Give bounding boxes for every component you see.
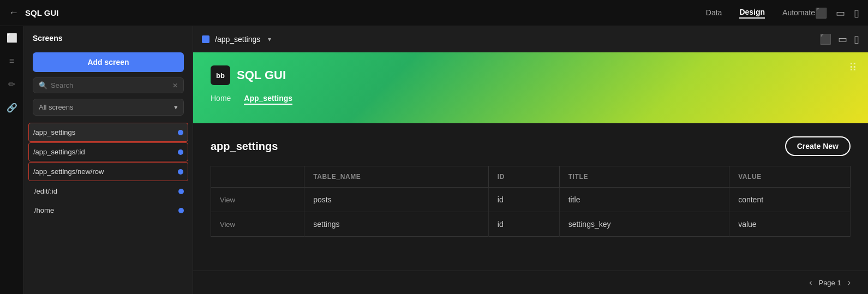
app-nav-app-settings[interactable]: App_settings xyxy=(244,94,292,105)
col-title: TITLE xyxy=(559,166,729,188)
app-header: bb SQL GUI Home App_settings ⠿ xyxy=(193,52,868,123)
table-row: View posts id title content xyxy=(211,188,851,212)
pagination: ‹ Page 1 › xyxy=(193,271,868,294)
screen-active-dot xyxy=(178,130,183,135)
screen-path-chevron[interactable]: ▾ xyxy=(268,35,271,43)
col-table-name: TABLE_NAME xyxy=(304,166,489,188)
filter-label: All screens xyxy=(39,103,74,111)
screen-item-app-settings-new-row[interactable]: /app_settings/new/row xyxy=(28,162,188,181)
desktop-view-icon[interactable]: ⬛ xyxy=(819,33,831,45)
screen-list: /app_settings /app_settings/:id /app_set… xyxy=(24,122,193,294)
table-name-cell-2: settings xyxy=(304,212,489,237)
app-nav-home[interactable]: Home xyxy=(211,94,231,105)
app-title: SQL GUI xyxy=(25,8,706,17)
prev-page-button[interactable]: ‹ xyxy=(809,278,812,287)
screen-path-label: /app_settings xyxy=(215,35,260,44)
screen-badge xyxy=(202,35,209,43)
view-button-row-1[interactable]: View xyxy=(211,188,304,212)
data-table: TABLE_NAME ID TITLE VALUE View posts id … xyxy=(211,166,851,237)
screen-active-dot xyxy=(178,208,184,213)
app-nav: Home App_settings xyxy=(211,94,851,105)
screen-active-dot xyxy=(178,169,183,175)
app-logo: bb xyxy=(211,65,230,85)
next-page-button[interactable]: › xyxy=(848,278,851,287)
screen-item-app-settings-id[interactable]: /app_settings/:id xyxy=(28,142,188,161)
device-switcher: ⬛ ▭ ▯ xyxy=(815,7,859,19)
screen-item-edit-id[interactable]: /edit/:id xyxy=(24,182,193,201)
tablet-icon[interactable]: ▭ xyxy=(836,7,845,19)
screen-item-label: /home xyxy=(34,206,178,214)
brush-icon[interactable]: ✏ xyxy=(6,77,17,92)
list-icon[interactable]: ≡ xyxy=(7,54,16,68)
sidebar-header: Screens xyxy=(24,26,193,48)
col-id: ID xyxy=(488,166,559,188)
value-cell-1: content xyxy=(729,188,851,212)
dots-icon[interactable]: ⠿ xyxy=(849,61,857,74)
table-section: app_settings Create New TABLE_NAME ID TI… xyxy=(193,123,868,271)
link-icon[interactable]: 🔗 xyxy=(4,100,20,115)
search-clear-icon[interactable]: ✕ xyxy=(172,82,178,89)
nav-design[interactable]: Design xyxy=(739,8,765,19)
table-header-row: TABLE_NAME ID TITLE VALUE xyxy=(211,166,851,188)
screen-item-label: /app_settings xyxy=(33,128,178,136)
add-screen-button[interactable]: Add screen xyxy=(33,52,184,72)
id-cell-2: id xyxy=(488,212,559,237)
col-value: VALUE xyxy=(729,166,851,188)
id-cell-1: id xyxy=(488,188,559,212)
filter-row: All screens ▾ xyxy=(33,99,184,116)
screens-sidebar: Screens Add screen 🔍 ✕ All screens ▾ /ap… xyxy=(24,26,193,294)
chevron-down-icon: ▾ xyxy=(174,103,178,111)
table-title: app_settings xyxy=(211,140,278,153)
value-cell-2: value xyxy=(729,212,851,237)
create-new-button[interactable]: Create New xyxy=(785,136,851,156)
page-label: Page 1 xyxy=(818,279,841,287)
app-header-title: SQL GUI xyxy=(237,68,286,82)
mobile-icon[interactable]: ▯ xyxy=(854,7,859,19)
screen-active-dot xyxy=(178,149,183,155)
nav-automate[interactable]: Automate xyxy=(782,8,815,18)
screens-icon[interactable]: ⬜ xyxy=(4,31,20,45)
table-row: View settings id settings_key value xyxy=(211,212,851,237)
app-logo-row: bb SQL GUI xyxy=(211,65,851,85)
app-preview: bb SQL GUI Home App_settings ⠿ app_setti… xyxy=(193,52,868,294)
mobile-view-icon[interactable]: ▯ xyxy=(854,33,859,45)
desktop-icon[interactable]: ⬛ xyxy=(815,7,827,19)
table-header-row: app_settings Create New xyxy=(211,136,851,156)
col-action xyxy=(211,166,304,188)
search-bar: 🔍 ✕ xyxy=(33,77,184,93)
view-button-row-2[interactable]: View xyxy=(211,212,304,237)
content-toolbar: /app_settings ▾ ⬛ ▭ ▯ xyxy=(193,26,868,52)
sidebar-title: Screens xyxy=(33,34,62,43)
icon-strip: ⬜ ≡ ✏ 🔗 xyxy=(0,26,24,294)
title-cell-1: title xyxy=(559,188,729,212)
filter-select[interactable]: All screens ▾ xyxy=(33,99,184,116)
top-nav: Data Design Automate xyxy=(706,8,815,19)
screen-item-app-settings[interactable]: /app_settings xyxy=(28,123,188,142)
screen-active-dot xyxy=(178,189,184,194)
topbar: ← SQL GUI Data Design Automate ⬛ ▭ ▯ xyxy=(0,0,868,26)
content-area: /app_settings ▾ ⬛ ▭ ▯ bb SQL GUI Home Ap… xyxy=(193,26,868,294)
search-input[interactable] xyxy=(51,81,169,89)
title-cell-2: settings_key xyxy=(559,212,729,237)
view-switcher: ⬛ ▭ ▯ xyxy=(819,33,859,45)
screen-item-label: /app_settings/:id xyxy=(33,148,178,156)
table-name-cell-1: posts xyxy=(304,188,489,212)
tablet-view-icon[interactable]: ▭ xyxy=(838,33,847,45)
search-icon: 🔍 xyxy=(39,81,47,89)
nav-data[interactable]: Data xyxy=(706,8,722,18)
screen-item-label: /app_settings/new/row xyxy=(33,167,178,176)
back-button[interactable]: ← xyxy=(9,7,19,19)
screen-item-label: /edit/:id xyxy=(34,187,178,195)
screen-item-home[interactable]: /home xyxy=(24,201,193,220)
main-layout: ⬜ ≡ ✏ 🔗 Screens Add screen 🔍 ✕ All scree… xyxy=(0,26,868,294)
